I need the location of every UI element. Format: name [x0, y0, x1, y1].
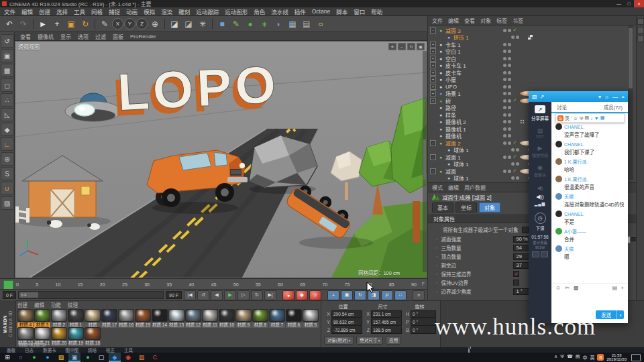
sidebar-tool-button[interactable]: ▤ PPT: [532, 127, 548, 139]
viewport-menu-item[interactable]: 面板: [113, 33, 123, 40]
material-swatch[interactable]: 材质.18: [85, 327, 101, 346]
taskbar-app-icon[interactable]: ◉: [122, 353, 134, 362]
object-manager-scrollbar[interactable]: [628, 25, 633, 180]
input-tool-icon[interactable]: ☺: [555, 285, 561, 291]
expand-caret-icon[interactable]: +: [430, 84, 436, 90]
material-sphere[interactable]: [51, 309, 67, 322]
tray-icon[interactable]: 英: [590, 354, 594, 361]
toolbar-icon[interactable]: ◗: [272, 17, 285, 31]
system-clock[interactable]: 21:53 2019/11/20: [606, 353, 627, 362]
object-manager-menu-item[interactable]: 查看: [464, 17, 475, 24]
sender-name[interactable]: 1 K.果行派.: [564, 176, 588, 182]
notification-center-icon[interactable]: [631, 354, 641, 361]
chat-titlebar[interactable]: ▧↗ ▾☼—×: [529, 91, 628, 102]
viewport-menu-item[interactable]: 选项: [78, 33, 89, 40]
material-swatch[interactable]: 材质.5: [303, 309, 319, 328]
taskbar-app-icon[interactable]: ▥: [136, 353, 148, 362]
render-visibility-dot[interactable]: [508, 57, 511, 60]
toolbar-icon[interactable]: Z: [136, 18, 148, 29]
editor-visibility-dot[interactable]: [503, 106, 506, 109]
material-swatch[interactable]: 材质.11: [202, 309, 218, 328]
material-sphere[interactable]: [252, 309, 268, 322]
input-tool-icon[interactable]: ✂: [565, 285, 570, 291]
sogou-bar-icon[interactable]: ’: [571, 116, 572, 121]
object-row[interactable]: + ● 皮卡车 1: [428, 62, 644, 70]
avatar[interactable]: [555, 228, 562, 235]
material-sphere[interactable]: [68, 327, 84, 340]
menu-item[interactable]: 动画: [126, 7, 138, 15]
taskbar-app-icon[interactable]: C: [149, 353, 161, 362]
menu-item[interactable]: Octane: [312, 8, 330, 15]
editor-visibility-dot[interactable]: [503, 99, 506, 103]
expand-caret-icon[interactable]: +: [430, 48, 436, 54]
toolbar-icon[interactable]: Y: [124, 18, 136, 29]
material-swatch[interactable]: 材质.16: [118, 309, 134, 328]
object-row[interactable]: + ● 卡车 1: [428, 41, 644, 48]
reduce-all-checkbox[interactable]: [522, 227, 529, 233]
object-tag[interactable]: [520, 119, 525, 124]
chat-window-button[interactable]: ×: [621, 94, 625, 100]
object-row[interactable]: + ● 皮卡车: [428, 69, 644, 76]
expand-caret-icon[interactable]: +: [430, 76, 436, 82]
toggle-views-icon[interactable]: ▣: [417, 43, 425, 50]
mode-tool-icon[interactable]: ▩: [1, 64, 14, 77]
sender-name[interactable]: CHANEL.: [564, 125, 584, 129]
material-sphere[interactable]: [68, 309, 84, 322]
editor-visibility-dot[interactable]: [511, 162, 515, 166]
sogou-bar-icon[interactable]: ☺: [574, 116, 578, 121]
object-row[interactable]: ● 挤压 1: [428, 34, 644, 42]
keying-toggle[interactable]: ↻: [354, 290, 366, 300]
expand-caret-icon[interactable]: -: [430, 140, 436, 146]
enable-check-icon[interactable]: ✓: [511, 154, 519, 160]
material-swatch[interactable]: 材质.19: [68, 327, 84, 346]
mode-tool-icon[interactable]: S: [1, 167, 14, 180]
expand-caret-icon[interactable]: +: [430, 98, 436, 104]
sender-name[interactable]: 天啸: [564, 245, 574, 252]
mode-tool-icon[interactable]: ▣: [1, 49, 14, 62]
object-manager-menu-item[interactable]: 对象: [480, 17, 491, 24]
material-swatch[interactable]: 材质.2: [51, 309, 67, 328]
mode-tool-icon[interactable]: ∟: [1, 137, 14, 151]
object-tag[interactable]: [528, 35, 533, 40]
viewport-label[interactable]: 透视视图: [18, 43, 40, 50]
mode-tool-icon[interactable]: ▨: [1, 196, 14, 210]
object-manager-menu-item[interactable]: 书签: [513, 17, 523, 24]
material-sphere[interactable]: [101, 309, 117, 322]
tab-basic[interactable]: 基本: [432, 202, 453, 213]
material-menu-item[interactable]: 纹理: [68, 301, 78, 308]
menu-item[interactable]: 插件: [294, 7, 306, 15]
chat-header-icon[interactable]: ▧: [532, 94, 537, 100]
material-sphere[interactable]: [269, 309, 285, 322]
render-visibility-dot[interactable]: [508, 113, 511, 117]
object-manager-menu-item[interactable]: 编辑: [448, 17, 459, 24]
rotate-view-icon[interactable]: ↻: [407, 43, 415, 50]
material-swatch[interactable]: 材质.4: [17, 309, 34, 328]
transport-button[interactable]: ◀: [211, 290, 223, 300]
render-visibility-dot[interactable]: [508, 78, 511, 81]
menu-item[interactable]: 编辑: [21, 7, 33, 15]
taskbar-app-icon[interactable]: ▣: [68, 353, 80, 362]
end-class-button[interactable]: ◷ 下课: [535, 213, 546, 231]
position-field[interactable]: 290.54 cm: [331, 310, 362, 318]
render-visibility-dot[interactable]: [508, 64, 511, 67]
editor-visibility-dot[interactable]: [503, 43, 506, 46]
sogou-bar-icon[interactable]: S: [557, 115, 564, 121]
render-visibility-dot[interactable]: [508, 127, 511, 131]
material-sphere[interactable]: [152, 309, 168, 322]
material-swatch[interactable]: 材质.6: [286, 309, 302, 328]
taskbar-app-icon[interactable]: ▢: [95, 353, 107, 362]
toolbar-icon[interactable]: [95, 19, 95, 29]
toolbar-icon[interactable]: [164, 19, 165, 29]
attribute-value-field[interactable]: [513, 280, 519, 286]
avatar[interactable]: [555, 245, 562, 252]
material-swatch[interactable]: 材质.20: [51, 327, 67, 346]
transport-button[interactable]: ▶: [224, 290, 236, 300]
toolbar-icon[interactable]: ►: [36, 17, 50, 31]
sogou-bar-icon[interactable]: Ψ: [580, 116, 584, 121]
editor-visibility-dot[interactable]: [503, 85, 506, 88]
toolbar-icon[interactable]: +: [50, 17, 64, 31]
editor-visibility-dot[interactable]: [503, 170, 506, 173]
material-sphere[interactable]: [286, 309, 302, 322]
menu-item[interactable]: 捕捉: [109, 7, 120, 15]
menu-item[interactable]: 创建: [39, 7, 50, 15]
